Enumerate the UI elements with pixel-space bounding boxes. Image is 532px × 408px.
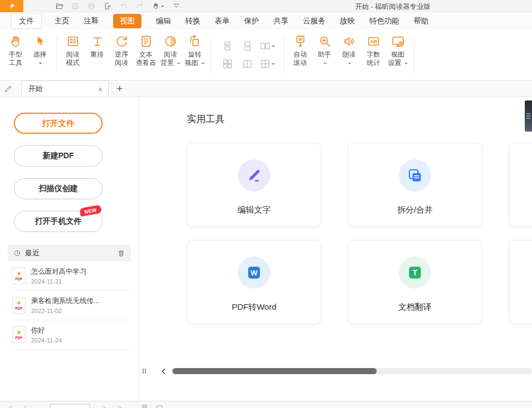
recent-file-item[interactable]: PDF乘客检测系统无线传...2022-11-02 <box>12 291 132 320</box>
pdf-label: PDF <box>16 336 23 340</box>
ribbon-button-page-quad[interactable] <box>222 58 233 69</box>
hand-mode-button[interactable] <box>152 2 164 10</box>
content-area: 打开文件新建PDF扫描仪创建打开手机文件NEW 最近 PDF怎么面对高中学习20… <box>0 97 532 408</box>
ribbon-button-auto-scroll[interactable]: 自动滚动 <box>288 33 312 67</box>
splitter-grip[interactable] <box>143 369 146 374</box>
print-icon <box>88 2 95 10</box>
page-number-input[interactable] <box>50 404 90 408</box>
sidebar-button-new-pdf[interactable]: 新建PDF <box>14 145 103 167</box>
ribbon-tab-features[interactable]: 特色功能 <box>369 16 399 26</box>
next-page-button[interactable] <box>100 404 108 408</box>
ribbon-button-view-settings[interactable]: 视图设置 <box>386 33 410 67</box>
foxit-mark-icon <box>16 300 22 306</box>
tab-close-button[interactable]: × <box>97 85 104 93</box>
ribbon-button-label: 助手 <box>318 51 331 67</box>
ribbon-button-page-split[interactable] <box>242 58 253 69</box>
ribbon-button-page-single[interactable] <box>222 41 233 52</box>
ribbon-button-reflow[interactable]: 重排 <box>85 33 109 59</box>
tool-card-edit-text[interactable]: 编辑文字 <box>187 143 321 227</box>
ribbon-button-page-continuous[interactable] <box>242 41 253 52</box>
sidebar-button-scanner-create[interactable]: 扫描仪创建 <box>14 178 103 199</box>
ribbon-button-label: 字数统计 <box>367 51 380 67</box>
ribbon-button-word-count[interactable]: AB字数统计 <box>361 33 386 67</box>
ribbon-button-assistant[interactable]: 助手 <box>312 33 337 67</box>
pdf-file-icon: PDF <box>12 268 26 284</box>
open-folder-icon <box>55 2 63 10</box>
redo-button[interactable] <box>136 2 144 10</box>
scroll-left-button[interactable] <box>159 367 168 376</box>
ribbon-separator <box>56 36 57 73</box>
save-button[interactable] <box>72 2 79 10</box>
tool-card-doc-translate[interactable]: T文档翻译 <box>348 240 482 324</box>
ribbon-tab-convert[interactable]: 转换 <box>185 16 200 26</box>
export-button[interactable] <box>104 2 112 10</box>
ribbon-tab-protect[interactable]: 保护 <box>244 16 259 26</box>
svg-text:T: T <box>413 269 418 277</box>
ribbon-tab-share[interactable]: 共享 <box>273 16 288 26</box>
dropdown-caret-icon <box>404 63 408 66</box>
tool-card-split-merge[interactable]: 拆分/合并 <box>348 143 482 227</box>
trash-icon[interactable] <box>117 249 125 258</box>
sidebar: 打开文件新建PDF扫描仪创建打开手机文件NEW 最近 PDF怎么面对高中学习20… <box>0 97 139 408</box>
prev-page-button[interactable] <box>22 404 29 408</box>
ribbon-button-text-viewer[interactable]: 文本查看器 <box>134 33 158 67</box>
ribbon-tab-form[interactable]: 表单 <box>215 16 230 26</box>
svg-text:W: W <box>251 269 258 277</box>
tool-split-icon <box>399 159 431 192</box>
ribbon-tab-view[interactable]: 视图 <box>113 14 141 28</box>
ribbon-tab-comment[interactable]: 注释 <box>84 16 99 26</box>
customize-toolbar-button[interactable] <box>173 2 180 10</box>
sidebar-button-open-mobile-file[interactable]: 打开手机文件NEW <box>14 211 103 232</box>
tool-card-partial[interactable] <box>509 240 532 324</box>
ribbon-tab-edit[interactable]: 编辑 <box>156 16 171 26</box>
ribbon-button-label: 视图设置 <box>388 51 407 67</box>
undo-button[interactable] <box>120 2 128 10</box>
print-button[interactable] <box>88 2 95 10</box>
document-tab-start[interactable]: 开始 × <box>21 80 109 97</box>
tool-card-pdf-to-word[interactable]: WPDF转Word <box>187 240 321 324</box>
recent-file-item[interactable]: PDF你好2024-11-24 <box>12 320 132 350</box>
file-date: 2022-11-02 <box>31 308 99 314</box>
ribbon-button-hand-tool[interactable]: 手型工具 <box>3 33 28 67</box>
new-tab-button[interactable]: + <box>116 83 123 94</box>
ribbon-button-page-layout[interactable] <box>260 58 275 69</box>
status-panel-button[interactable] <box>156 404 163 408</box>
dropdown-caret-icon <box>39 63 42 66</box>
ribbon-button-select-tool[interactable]: 选择 <box>28 33 52 67</box>
tool-card-partial[interactable] <box>509 143 532 227</box>
last-page-button[interactable] <box>115 404 123 408</box>
undo-icon <box>120 2 128 10</box>
ribbon-button-reverse-reading[interactable]: 逆序阅读 <box>109 33 134 67</box>
ribbon-button-read-aloud[interactable]: 朗读 <box>337 33 361 67</box>
tool-label: 编辑文字 <box>237 205 271 215</box>
recent-header: 最近 <box>8 245 131 261</box>
page-scroll-indicator[interactable] <box>525 100 532 132</box>
first-page-button[interactable] <box>7 404 14 408</box>
ribbon-tab-home[interactable]: 主页 <box>54 16 69 26</box>
ribbon-button-label: 手型工具 <box>9 51 22 67</box>
sidebar-button-open-file[interactable]: 打开文件 <box>14 113 103 134</box>
recent-file-item[interactable]: PDF怎么面对高中学习2024-11-21 <box>12 261 132 291</box>
foxit-logo-icon <box>8 2 16 10</box>
dropdown-caret-icon <box>201 63 205 66</box>
tool-edit-icon <box>238 159 270 192</box>
ribbon-button-read-mode[interactable]: 阅读模式 <box>60 33 85 67</box>
main-panel: 实用工具 编辑文字拆分/合并WPDF转WordT文档翻译 <box>139 97 532 408</box>
ribbon-tab-slideshow[interactable]: 放映 <box>340 16 355 26</box>
dropdown-caret-icon <box>177 63 180 66</box>
ribbon-tab-file[interactable]: 文件 <box>11 13 42 29</box>
ribbon-tab-bar: 文件主页注释视图编辑转换表单保护共享云服务放映特色功能帮助 <box>0 12 532 29</box>
pencil-icon[interactable] <box>0 84 17 93</box>
reflow-icon <box>90 34 104 48</box>
file-name: 乘客检测系统无线传... <box>31 296 99 306</box>
status-document-button[interactable] <box>141 404 148 408</box>
scrollbar-thumb[interactable] <box>173 368 377 374</box>
horizontal-scrollbar[interactable] <box>171 368 532 374</box>
open-folder-button[interactable] <box>55 2 63 10</box>
ribbon-button-reading-background[interactable]: 阅读背景 <box>158 33 183 67</box>
ribbon-button-rotate-view[interactable]: 旋转视图 <box>183 33 207 67</box>
foxit-logo[interactable] <box>0 0 23 12</box>
ribbon-tab-cloud[interactable]: 云服务 <box>303 16 326 26</box>
ribbon-tab-help[interactable]: 帮助 <box>414 16 429 26</box>
ribbon-button-page-facing[interactable] <box>260 41 275 52</box>
